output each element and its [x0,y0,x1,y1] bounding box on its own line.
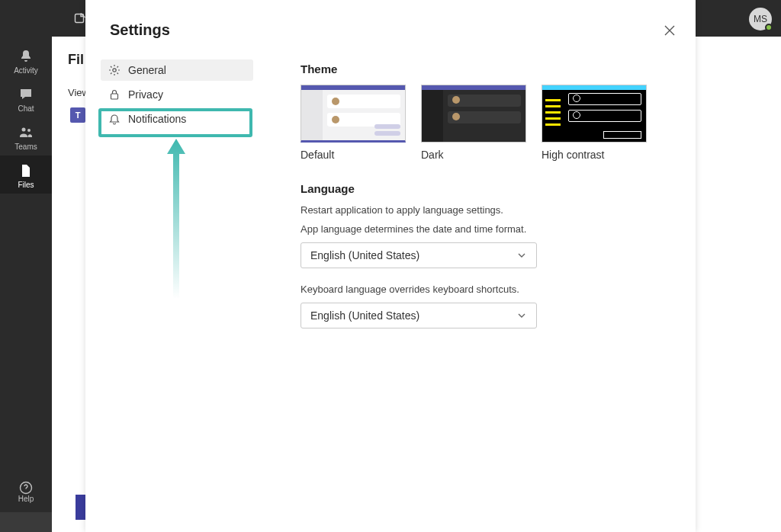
theme-preview-default [301,85,406,143]
chevron-down-icon [516,250,527,261]
settings-nav-notifications[interactable]: Notifications [101,108,253,130]
keyboard-language-value: English (United States) [310,309,419,322]
bell-icon [108,113,121,125]
app-language-select[interactable]: English (United States) [301,242,537,268]
keyboard-language-hint: Keyboard language overrides keyboard sho… [301,284,674,295]
app-language-value: English (United States) [310,249,419,261]
theme-options: Default Dark High contrast [301,85,674,161]
theme-label: Default [301,149,406,161]
settings-nav-label: General [128,64,166,76]
theme-option-default[interactable]: Default [301,85,406,161]
settings-nav-general[interactable]: General [101,59,253,81]
close-icon [664,25,675,36]
settings-title: Settings [110,21,170,39]
settings-nav-label: Notifications [128,113,186,125]
gear-icon [108,64,121,76]
theme-preview-high-contrast [542,85,647,143]
app-language-hint: App language determines the date and tim… [301,223,674,235]
theme-label: Dark [421,149,526,161]
settings-dialog: Settings General Privacy Notifications T… [85,0,696,532]
settings-nav: General Privacy Notifications [101,59,253,133]
theme-heading: Theme [301,62,674,75]
language-restart-hint: Restart application to apply language se… [301,204,674,216]
theme-label: High contrast [542,149,647,161]
chevron-down-icon [516,310,527,321]
language-heading: Language [301,182,674,195]
theme-option-high-contrast[interactable]: High contrast [542,85,647,161]
keyboard-language-select[interactable]: English (United States) [301,303,537,328]
tutorial-arrow-icon [164,139,188,299]
theme-preview-dark [421,85,526,143]
settings-nav-label: Privacy [128,88,163,101]
theme-option-dark[interactable]: Dark [421,85,526,161]
svg-rect-5 [111,94,118,99]
lock-icon [108,88,121,101]
settings-nav-privacy[interactable]: Privacy [101,84,253,105]
svg-point-4 [113,69,116,72]
close-button[interactable] [662,23,677,38]
settings-pane-general: Theme Default Dark [301,62,674,344]
